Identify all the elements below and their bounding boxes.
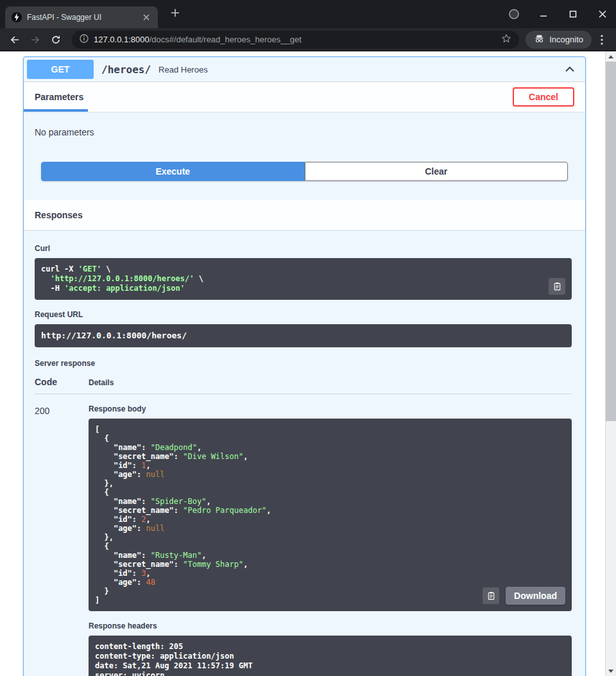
scroll-up-icon[interactable] — [606, 51, 616, 62]
forward-icon[interactable] — [26, 30, 45, 49]
request-url-label: Request URL — [35, 310, 572, 319]
responses-header: Responses — [24, 200, 585, 230]
download-button[interactable]: Download — [506, 587, 565, 605]
execute-wrapper: Execute Clear — [24, 162, 585, 200]
parameters-header: Parameters Cancel — [24, 82, 585, 112]
curl-code: curl -X 'GET' \ 'http://127.0.0.1:8000/h… — [35, 258, 572, 300]
server-response-label: Server response — [35, 359, 572, 368]
request-url-value: http://127.0.0.1:8000/heroes/ — [35, 324, 572, 347]
url-text[interactable]: 127.0.0.1:8000/docs#/default/read_heroes… — [94, 35, 496, 44]
response-body-code: [ { "name": "Deadpond", "secret_name": "… — [89, 419, 572, 611]
window-close-icon[interactable] — [597, 8, 608, 20]
browser-toolbar: 127.0.0.1:8000/docs#/default/read_heroes… — [0, 28, 616, 51]
opblock-get-heroes: GET /heroes/ Read Heroes Parameters Canc… — [23, 56, 586, 676]
tab-title: FastAPI - Swagger UI — [27, 13, 136, 22]
window-controls — [508, 0, 608, 28]
browser-tabbar: FastAPI - Swagger UI — [0, 0, 616, 28]
parameters-title: Parameters — [35, 92, 83, 102]
url-path: /docs#/default/read_heroes_heroes__get — [150, 35, 302, 44]
code-column-header: Code — [35, 377, 89, 387]
incognito-icon — [534, 33, 545, 46]
page-scrollbar[interactable] — [605, 51, 616, 676]
curl-label: Curl — [35, 244, 572, 253]
scroll-down-icon[interactable] — [606, 666, 616, 676]
incognito-label: Incognito — [549, 35, 583, 44]
tab-close-icon[interactable] — [141, 12, 151, 22]
clear-button[interactable]: Clear — [305, 162, 569, 181]
status-code: 200 — [35, 404, 89, 676]
browser-tab[interactable]: FastAPI - Swagger UI — [5, 6, 158, 28]
response-headers-code: content-length: 205content-type: applica… — [89, 636, 572, 676]
fastapi-favicon-icon — [12, 12, 22, 22]
tab-search-icon[interactable] — [508, 8, 520, 20]
window-minimize-icon[interactable] — [538, 8, 549, 20]
chevron-up-icon[interactable] — [563, 63, 576, 76]
response-headers-label: Response headers — [89, 621, 572, 630]
reload-icon[interactable] — [46, 30, 65, 49]
responses-body: Curl curl -X 'GET' \ 'http://127.0.0.1:8… — [24, 230, 585, 676]
parameters-tab-underline — [24, 109, 88, 112]
new-tab-button[interactable] — [167, 6, 184, 22]
endpoint-summary: Read Heroes — [158, 65, 208, 74]
responses-title: Responses — [35, 210, 83, 220]
cancel-button[interactable]: Cancel — [513, 87, 574, 107]
opblock-summary[interactable]: GET /heroes/ Read Heroes — [24, 57, 585, 82]
kebab-menu-icon[interactable] — [593, 31, 611, 49]
details-column-header: Details — [89, 378, 114, 387]
plus-icon — [171, 8, 180, 20]
address-bar[interactable]: 127.0.0.1:8000/docs#/default/read_heroes… — [72, 31, 519, 49]
window-maximize-icon[interactable] — [567, 8, 579, 20]
scrollbar-thumb[interactable] — [606, 62, 616, 421]
http-method-badge: GET — [27, 60, 94, 79]
bookmark-star-icon[interactable] — [501, 33, 511, 46]
url-host: 127.0.0.1:8000 — [94, 35, 150, 44]
incognito-badge: Incognito — [526, 31, 592, 49]
copy-icon[interactable] — [549, 278, 565, 295]
response-table-header: Code Details — [35, 377, 572, 394]
swagger-page: GET /heroes/ Read Heroes Parameters Canc… — [0, 51, 605, 676]
endpoint-path: /heroes/ — [101, 64, 151, 76]
no-parameters-text: No parameters — [24, 112, 585, 162]
response-row: 200 Response body [ { "name": "Deadpond"… — [35, 394, 572, 676]
copy-icon[interactable] — [483, 587, 499, 604]
page-info-icon[interactable] — [80, 34, 89, 46]
back-icon[interactable] — [5, 30, 24, 49]
response-body-label: Response body — [89, 404, 572, 413]
execute-button[interactable]: Execute — [41, 162, 305, 181]
